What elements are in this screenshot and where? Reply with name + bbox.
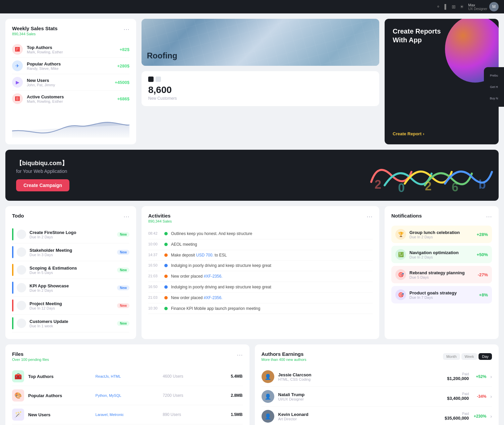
earnings-subtitle: More than 400 new authors xyxy=(262,358,306,362)
svg-text:b: b xyxy=(479,178,486,191)
brightness-icon[interactable]: ☀ xyxy=(460,4,464,9)
notif-icon: 🎯 xyxy=(395,289,406,300)
todo-row[interactable]: Create FireStone Logo Due In 2 Days New xyxy=(12,226,129,243)
period-day-btn[interactable]: Day xyxy=(479,353,492,360)
campaign-decoration: 2 0 2 6 b xyxy=(365,150,499,201)
activity-row: 10:30 Finance KPI Mobile app launch prep… xyxy=(148,303,373,314)
activity-row: 21:03 New order placed #XF-2356. xyxy=(148,271,373,282)
notif-icon: 🎯 xyxy=(395,269,406,280)
chevron-right-icon[interactable]: › xyxy=(490,374,492,379)
notif-value: +8% xyxy=(479,292,488,297)
customers-label: New Customers xyxy=(148,96,373,101)
roofing-card: Roofing xyxy=(142,19,379,66)
notifications-header: Notifications ⋯ xyxy=(391,213,492,220)
todo-bar xyxy=(12,282,13,294)
side-panel-geth[interactable]: Get H xyxy=(489,83,499,91)
activities-menu[interactable]: ⋯ xyxy=(367,213,373,220)
notification-row: 🎯 Product goals strategy Due In 7 Days +… xyxy=(391,286,492,303)
todo-header: Todo ⋯ xyxy=(12,213,129,220)
activity-dot xyxy=(164,296,168,299)
stat-icon: 🅱 xyxy=(12,93,23,104)
activity-text: Indulging in poorly driving and keep str… xyxy=(171,263,373,269)
author-row[interactable]: 👤 Jessie Clarcson HTML, CSS Coding Paid … xyxy=(262,367,492,387)
avatar[interactable]: M xyxy=(489,2,499,11)
user-profile[interactable]: Max UX Designer M xyxy=(468,2,499,11)
notifications-title: Notifications xyxy=(391,213,422,219)
todo-bar xyxy=(12,264,13,276)
activity-text: Make deposit USD 700. to ESL xyxy=(171,252,373,258)
notifications-list: 🏆 Group lunch celebration Due In 2 Days … xyxy=(391,226,492,303)
todo-row[interactable]: Stakeholder Meeting Due In 3 Days New xyxy=(12,243,129,261)
weekly-sales-card: Weekly Sales Stats 890,344 Sales ⋯ 🅿 Top… xyxy=(5,19,136,144)
activity-text: AEOL meeting xyxy=(171,242,373,247)
activity-row: 16:50 Indulging in poorly driving and ke… xyxy=(148,282,373,293)
side-panel-prebu[interactable]: Prebu xyxy=(489,71,499,80)
signal-icon: ▌ xyxy=(444,4,448,9)
files-subtitle: Over 100 pending files xyxy=(12,358,49,362)
file-row[interactable]: 🪄 New Users Laravel, Metronic 890 Users … xyxy=(12,405,243,424)
reports-title: Create ReportsWith App xyxy=(393,27,491,44)
create-campaign-button[interactable]: Create Campaign xyxy=(16,179,69,191)
file-users: 890 Users xyxy=(163,412,207,417)
todo-card: Todo ⋯ Create FireStone Logo Due In 2 Da… xyxy=(5,206,136,339)
period-month-btn[interactable]: Month xyxy=(443,353,460,360)
activity-time: 10:00 xyxy=(148,242,161,246)
activities-subtitle: 890,344 Sales xyxy=(148,219,172,223)
period-buttons: Month Week Day xyxy=(443,353,492,360)
campaign-subtitle: for Your Web Application xyxy=(16,169,69,174)
author-amount: $3,400,000 xyxy=(447,396,469,401)
todo-circle xyxy=(17,301,26,310)
todo-menu[interactable]: ⋯ xyxy=(123,213,129,220)
author-avatar: 👤 xyxy=(262,390,274,403)
todo-bar xyxy=(12,317,13,329)
stat-row: 🅿 Top Authors Mark, Rowling, Esther +82$ xyxy=(12,41,129,58)
activity-text: Indulging in poorly driving and keep str… xyxy=(171,284,373,290)
author-avatar: 👤 xyxy=(262,410,274,423)
author-row[interactable]: 👤 Kevin Leonard Art Director Paid $35,60… xyxy=(262,407,492,425)
file-row[interactable]: 🧰 Top Authors ReactJs, HTML 4600 Users 5… xyxy=(12,367,243,386)
svg-text:0: 0 xyxy=(398,181,405,195)
author-list: 👤 Jessie Clarcson HTML, CSS Coding Paid … xyxy=(262,367,492,425)
todo-bar xyxy=(12,246,13,258)
activity-row: 21:03 New order placed #XF-2356. xyxy=(148,293,373,303)
weekly-sales-subtitle: 890,344 Sales xyxy=(12,32,58,36)
topbar: ⚬ ▌ ⊞ ☀ Max UX Designer M xyxy=(0,0,504,13)
arrow-icon: › xyxy=(423,131,424,136)
side-panel-buyn[interactable]: Buy N xyxy=(489,94,500,103)
activity-link[interactable]: #XF-2356. xyxy=(204,274,222,279)
stat-icon: 🅿 xyxy=(12,44,23,55)
stat-icon: ✈ xyxy=(12,60,23,71)
menu-dots[interactable]: ⋯ xyxy=(123,26,129,33)
notifications-menu[interactable]: ⋯ xyxy=(486,213,492,220)
file-list: 🧰 Top Authors ReactJs, HTML 4600 Users 5… xyxy=(12,367,243,425)
create-report-link[interactable]: Create Report › xyxy=(393,131,491,136)
activity-link[interactable]: #XF-2356. xyxy=(204,295,222,300)
stat-row: ✈ Popular Authors Randy, Steve, Mike +28… xyxy=(12,58,129,74)
chevron-right-icon[interactable]: › xyxy=(490,394,492,399)
todo-badge: New xyxy=(117,321,129,326)
todo-row[interactable]: Scoping & Estimations Due In 5 Days New xyxy=(12,261,129,279)
grid-icon[interactable]: ⊞ xyxy=(452,4,456,9)
activity-row: 10:00 AEOL meeting xyxy=(148,239,373,250)
period-week-btn[interactable]: Week xyxy=(461,353,478,360)
file-row[interactable]: 🎨 Popular Authors Python, MySQL 7200 Use… xyxy=(12,386,243,405)
activity-dot xyxy=(164,275,168,278)
activity-link[interactable]: USD 700. xyxy=(196,253,214,257)
chevron-right-icon[interactable]: › xyxy=(490,414,492,419)
search-icon[interactable]: ⚬ xyxy=(436,4,440,9)
todo-badge: New xyxy=(117,250,129,255)
activities-card: Activities 890,344 Sales ⋯ 08:42 Outline… xyxy=(142,206,379,339)
stat-row: ▶ New Users John, Pat, Jimmy +4500$ xyxy=(12,74,129,91)
todo-row[interactable]: KPI App Showcase Due In 2 Days New xyxy=(12,279,129,297)
todo-row[interactable]: Customers Update Due In 1 week New xyxy=(12,315,129,332)
files-menu[interactable]: ⋯ xyxy=(237,351,243,359)
todo-circle xyxy=(17,247,26,257)
todo-row[interactable]: Project Meeting Due In 12 Days New xyxy=(12,297,129,315)
author-change: +52% xyxy=(473,374,486,379)
earnings-card: Authors Earnings More than 400 new autho… xyxy=(255,344,499,425)
author-row[interactable]: 👤 Natali Trump UI/UX Designer Paid $3,40… xyxy=(262,387,492,407)
file-tags: Laravel, Metronic xyxy=(96,413,159,417)
files-header: Files Over 100 pending files ⋯ xyxy=(12,351,243,362)
stat-icon: ▶ xyxy=(12,77,23,88)
notif-value: +50% xyxy=(477,252,488,257)
